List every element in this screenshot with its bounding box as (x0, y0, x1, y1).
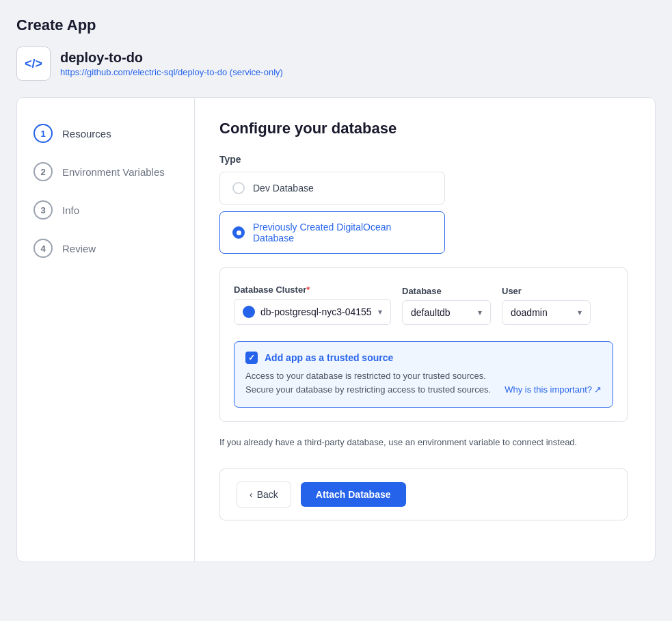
main-card: 1 Resources 2 Environment Variables 3 In… (16, 97, 656, 562)
back-button[interactable]: ‹ Back (237, 481, 291, 507)
step-label-info: Info (62, 204, 79, 216)
step-label-resources: Resources (62, 128, 111, 140)
step-number-2: 2 (33, 162, 53, 181)
radio-dev-database[interactable]: Dev Database (219, 172, 445, 204)
trusted-source-body: Access to your database is restricted to… (245, 369, 602, 396)
chevron-down-icon-2: ▾ (478, 308, 482, 317)
external-link-icon: ↗ (594, 383, 602, 397)
trusted-body-line1: Access to your database is restricted to… (245, 369, 491, 383)
radio-digitalocean-database[interactable]: Previously Created DigitalOcean Database (219, 211, 445, 254)
step-label-review: Review (62, 243, 96, 254)
trusted-source-header: Add app as a trusted source (245, 352, 602, 364)
step-number-1: 1 (33, 124, 53, 143)
app-link[interactable]: https://github.com/electric-sql/deploy-t… (60, 67, 283, 77)
app-header: </> deploy-to-do https://github.com/elec… (16, 47, 656, 81)
action-bar: ‹ Back Attach Database (219, 468, 628, 520)
app-info: deploy-to-do https://github.com/electric… (60, 50, 283, 78)
third-party-note: If you already have a third-party databa… (219, 436, 628, 449)
db-database-value: defaultdb (411, 307, 451, 318)
db-cluster-select[interactable]: db-postgresql-nyc3-04155 ▾ (234, 299, 391, 325)
step-number-4: 4 (33, 239, 53, 258)
sidebar-item-env-variables[interactable]: 2 Environment Variables (17, 153, 194, 191)
db-user-select[interactable]: doadmin ▾ (502, 300, 591, 325)
db-user-value: doadmin (511, 307, 548, 318)
chevron-down-icon-3: ▾ (578, 308, 582, 317)
trusted-source-box: Add app as a trusted source Access to yo… (234, 341, 613, 408)
step-label-env-variables: Environment Variables (62, 166, 165, 178)
trusted-source-title: Add app as a trusted source (265, 352, 393, 363)
trusted-source-text: Access to your database is restricted to… (245, 369, 491, 396)
db-cluster-label: Database Cluster* (234, 285, 391, 295)
trusted-link-text: Why is this important? (505, 383, 592, 397)
db-cluster-icon (243, 306, 255, 318)
db-cluster-value: db-postgresql-nyc3-04155 (260, 306, 372, 317)
db-user-label: User (502, 286, 591, 296)
db-cluster-group: Database Cluster* db-postgresql-nyc3-041… (234, 285, 391, 325)
type-label: Type (219, 154, 628, 165)
radio-dot-dev (232, 182, 245, 194)
sidebar: 1 Resources 2 Environment Variables 3 In… (17, 98, 195, 561)
content-area: Configure your database Type Dev Databas… (195, 98, 655, 561)
radio-dot-digitalocean (232, 226, 245, 239)
trusted-source-link[interactable]: Why is this important? ↗ (505, 383, 602, 397)
app-icon-label: </> (25, 57, 42, 71)
attach-database-button[interactable]: Attach Database (301, 482, 406, 507)
chevron-down-icon: ▾ (378, 307, 382, 317)
trusted-source-checkbox[interactable] (245, 352, 258, 364)
db-database-group: Database defaultdb ▾ (402, 286, 491, 325)
sidebar-item-resources[interactable]: 1 Resources (17, 114, 194, 153)
app-name: deploy-to-do (60, 50, 283, 66)
sidebar-item-review[interactable]: 4 Review (17, 229, 194, 267)
db-user-group: User doadmin ▾ (502, 286, 591, 325)
radio-label-dev: Dev Database (253, 183, 314, 194)
back-label: Back (257, 489, 278, 500)
trusted-body-line2: Secure your database by restricting acce… (245, 383, 491, 397)
app-icon: </> (16, 47, 51, 81)
db-fields-row: Database Cluster* db-postgresql-nyc3-041… (234, 285, 613, 325)
sidebar-item-info[interactable]: 3 Info (17, 191, 194, 229)
db-database-select[interactable]: defaultdb ▾ (402, 300, 491, 325)
page-title: Create App (16, 16, 656, 34)
back-icon: ‹ (250, 489, 253, 500)
radio-label-digitalocean: Previously Created DigitalOcean Database (253, 222, 432, 243)
content-title: Configure your database (219, 120, 628, 137)
step-number-3: 3 (33, 200, 53, 220)
db-config-box: Database Cluster* db-postgresql-nyc3-041… (219, 267, 628, 422)
db-database-label: Database (402, 286, 491, 296)
